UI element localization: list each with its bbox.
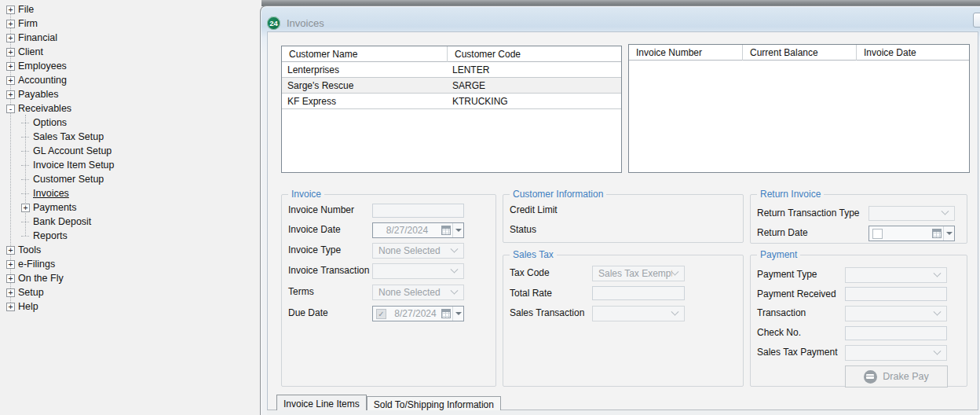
expand-icon[interactable]: + [6, 6, 15, 14]
tree-item-label[interactable]: Employees [18, 61, 67, 72]
tree-item-label[interactable]: Customer Setup [33, 174, 104, 185]
drake-pay-button[interactable]: Drake Pay [845, 365, 948, 387]
terms-select[interactable]: None Selected [372, 285, 464, 300]
calendar-icon [932, 229, 942, 238]
expand-icon[interactable]: + [6, 260, 15, 269]
total-rate-input[interactable] [592, 286, 685, 300]
table-row[interactable]: Sarge's RescueSARGE [282, 78, 621, 94]
tree-item-label[interactable]: Firm [18, 18, 38, 29]
column-header[interactable]: Invoice Date [856, 45, 969, 61]
tree-item-label[interactable]: Options [33, 117, 67, 128]
tree-item-employees[interactable]: +Employees [0, 59, 67, 73]
tree-item-label[interactable]: File [18, 4, 34, 15]
tree-item-gl-account-setup[interactable]: GL Account Setup [0, 144, 112, 158]
tree-item-label[interactable]: Payables [18, 89, 58, 100]
tree-item-label[interactable]: Receivables [18, 103, 71, 114]
expand-icon[interactable]: + [6, 246, 15, 255]
return-date-picker[interactable] [868, 226, 955, 241]
tree-item-tools[interactable]: +Tools [0, 243, 41, 257]
sales-tax-payment-select[interactable] [845, 345, 947, 361]
invoices-table[interactable]: Invoice NumberCurrent BalanceInvoice Dat… [628, 44, 970, 173]
tree-item-label[interactable]: Sales Tax Setup [33, 131, 104, 142]
invoice-number-input[interactable] [372, 204, 464, 218]
total-rate-label: Total Rate [510, 288, 552, 299]
column-header[interactable]: Customer Code [447, 46, 621, 62]
dropdown-arrow-icon[interactable] [943, 226, 954, 241]
tree-item-payables[interactable]: +Payables [0, 87, 58, 101]
tree-item-label[interactable]: Reports [33, 230, 68, 241]
tree-item-accounting[interactable]: +Accounting [0, 73, 67, 87]
transaction-select[interactable] [845, 306, 947, 321]
expand-icon[interactable]: + [6, 76, 15, 85]
tree-item-label[interactable]: Invoice Item Setup [33, 160, 115, 171]
invoice-transaction-select[interactable] [372, 263, 464, 279]
collapse-icon[interactable]: - [6, 105, 15, 113]
column-header[interactable]: Customer Name [282, 46, 447, 62]
tree-item-label[interactable]: Bank Deposit [33, 216, 91, 227]
tree-item-invoice-item-setup[interactable]: Invoice Item Setup [0, 158, 115, 172]
tree-item-label[interactable]: Accounting [18, 75, 67, 86]
tree-item-sales-tax-setup[interactable]: Sales Tax Setup [0, 130, 104, 144]
tree-item-client[interactable]: +Client [0, 45, 43, 59]
tree-item-payments[interactable]: +Payments [0, 200, 77, 215]
column-header[interactable]: Current Balance [742, 45, 856, 61]
tree-item-financial[interactable]: +Financial [0, 31, 57, 45]
invoice-date-picker[interactable]: 8/27/2024 [372, 222, 464, 238]
invoice-transaction-label: Invoice Transaction [288, 265, 369, 276]
column-header[interactable]: Invoice Number [629, 45, 742, 61]
table-row[interactable]: KF ExpressKTRUCKING [282, 94, 621, 109]
expand-icon[interactable]: + [6, 303, 15, 311]
expand-icon[interactable]: + [6, 34, 15, 42]
window-control-button[interactable] [973, 13, 980, 28]
window-titlebar[interactable]: 24 Invoices [267, 14, 324, 31]
tree-item-label[interactable]: Tools [18, 244, 41, 255]
tree-item-label[interactable]: Help [18, 301, 38, 312]
invoice-type-select[interactable]: None Selected [372, 243, 464, 259]
due-date-picker[interactable]: ✓ 8/27/2024 [372, 306, 464, 321]
payment-received-input[interactable] [845, 287, 947, 301]
customers-table[interactable]: Customer NameCustomer CodeLenterprisesLE… [281, 46, 622, 173]
tree-item-invoices[interactable]: Invoices [0, 186, 69, 200]
expand-icon[interactable]: + [21, 204, 30, 212]
tree-connector [21, 151, 29, 152]
tree-item-label[interactable]: On the Fly [18, 273, 64, 284]
expand-icon[interactable]: + [6, 48, 15, 57]
dropdown-arrow-icon[interactable] [452, 307, 463, 321]
expand-icon[interactable]: + [6, 288, 15, 297]
tree-item-label[interactable]: Client [18, 46, 43, 57]
expand-icon[interactable]: + [6, 20, 15, 28]
expand-icon[interactable]: + [6, 90, 15, 99]
tree-item-customer-setup[interactable]: Customer Setup [0, 172, 104, 186]
tree-item-firm[interactable]: +Firm [0, 17, 38, 31]
tree-item-label[interactable]: Invoices [33, 188, 69, 199]
tree-item-label[interactable]: Payments [33, 202, 77, 213]
tree-item-bank-deposit[interactable]: Bank Deposit [0, 215, 91, 229]
tree-item-e-filings[interactable]: +e-Filings [0, 257, 55, 271]
tree-item-label[interactable]: Financial [18, 32, 57, 43]
due-date-checkbox[interactable]: ✓ [376, 309, 386, 319]
tree-item-options[interactable]: Options [0, 116, 67, 130]
expand-icon[interactable]: + [6, 62, 15, 71]
tree-item-setup[interactable]: +Setup [0, 285, 44, 299]
tax-code-select[interactable]: Sales Tax Exempt [592, 266, 685, 281]
payment-type-select[interactable] [845, 267, 947, 283]
tab-invoice-line-items[interactable]: Invoice Line Items [276, 395, 367, 410]
return-transaction-type-select[interactable] [868, 206, 955, 221]
tree-item-reports[interactable]: Reports [0, 229, 68, 243]
return-date-checkbox[interactable] [872, 229, 883, 239]
tree-item-label[interactable]: e-Filings [18, 259, 55, 270]
tab-sold-to-shipping-information[interactable]: Sold To/Shipping Information [367, 396, 501, 410]
tree-item-file[interactable]: +File [0, 2, 34, 17]
sales-transaction-select[interactable] [592, 306, 685, 321]
tree-item-label[interactable]: Setup [18, 287, 44, 298]
expand-icon[interactable]: + [6, 274, 15, 283]
invoice-type-value: None Selected [373, 245, 452, 256]
tree-item-label[interactable]: GL Account Setup [33, 145, 112, 156]
check-no-input[interactable] [845, 326, 947, 340]
dropdown-arrow-icon[interactable] [452, 223, 463, 237]
tree-item-on-the-fly[interactable]: +On the Fly [0, 271, 64, 285]
tree-item-receivables[interactable]: -Receivables [0, 101, 71, 116]
due-date-value: 8/27/2024 [389, 308, 441, 319]
table-row[interactable]: LenterprisesLENTER [282, 62, 621, 78]
tree-item-help[interactable]: +Help [0, 299, 38, 314]
